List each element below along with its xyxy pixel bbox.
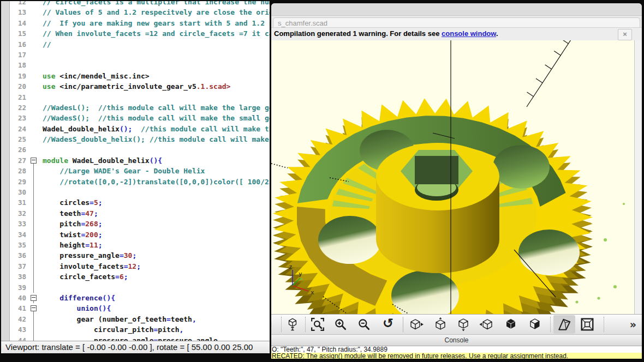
- code-line-32[interactable]: 32 teeth=47;: [10, 208, 270, 219]
- code-text: //WadesS(); //this module call will make…: [43, 113, 270, 123]
- line-number: 14: [10, 18, 29, 28]
- editor-scrollbar[interactable]: [1, 1, 10, 341]
- fold-margin: [29, 230, 38, 240]
- code-line-31[interactable]: 31 circles=5;: [10, 197, 270, 208]
- code-line-36[interactable]: 36 pressure_angle=30;: [10, 250, 270, 261]
- code-text: gear (number_of_teeth=teeth,: [43, 314, 196, 324]
- code-line-28[interactable]: 28 //Large WADE's Gear - Double Helix: [10, 166, 270, 176]
- fold-margin: [29, 81, 38, 92]
- perspective-icon[interactable]: [557, 317, 572, 331]
- code-text: circle_facets=6;: [43, 272, 128, 282]
- code-line-37[interactable]: 37 involute_facets=12;: [10, 261, 270, 272]
- view-top-icon[interactable]: [433, 317, 448, 331]
- fold-toggle-icon[interactable]: [29, 293, 38, 303]
- code-text: teeth=47;: [43, 208, 98, 219]
- view-all-icon[interactable]: [285, 317, 300, 331]
- code-line-26[interactable]: 26: [10, 144, 270, 155]
- zoom-in-icon[interactable]: [333, 317, 348, 331]
- code-line-39[interactable]: 39: [10, 282, 270, 293]
- code-line-30[interactable]: 30: [10, 187, 270, 197]
- line-number: 43: [10, 324, 29, 335]
- view-center-icon[interactable]: [527, 317, 542, 331]
- code-line-18[interactable]: 18: [10, 60, 270, 70]
- code-text: use <inc/mendel_misc.inc>: [43, 71, 150, 81]
- fold-margin: [29, 102, 38, 113]
- line-number: 36: [10, 250, 29, 261]
- viewport-right-scrollbar[interactable]: [634, 40, 642, 314]
- orthogonal-icon[interactable]: [580, 317, 595, 331]
- line-number: 21: [10, 92, 29, 102]
- view-left-icon[interactable]: [479, 317, 494, 331]
- code-line-29[interactable]: 29 //rotate([0,0,-2])translate([0,0,0])c…: [10, 177, 270, 187]
- view-right-icon[interactable]: [409, 317, 424, 331]
- code-editor-window[interactable]: 12// circle_facets is a multiplier that …: [1, 1, 270, 353]
- fold-margin: [29, 272, 38, 282]
- fold-toggle-icon[interactable]: [29, 303, 38, 313]
- warning-bar: Compilation generated 1 warning. For det…: [271, 27, 642, 41]
- console-output[interactable]: O: "Teeth:", 47, " Pitch radius:", 34.98…: [271, 346, 642, 359]
- y-axis-line: [293, 278, 300, 286]
- console-window-link[interactable]: console window: [442, 29, 496, 38]
- line-number: 34: [10, 230, 29, 240]
- code-line-20[interactable]: 20use <inc/parametric_involute_gear_v5.1…: [10, 81, 270, 92]
- fold-margin: [29, 7, 38, 17]
- code-line-21[interactable]: 21: [10, 92, 270, 102]
- console-panel-header[interactable]: Console: [271, 334, 642, 346]
- x-axis-label: x: [311, 289, 314, 296]
- code-text: module WadeL_double_helix(){: [43, 155, 162, 166]
- line-number: 33: [10, 219, 29, 229]
- code-line-40[interactable]: 40 difference(){: [10, 293, 270, 303]
- close-icon[interactable]: ×: [618, 29, 632, 40]
- code-line-24[interactable]: 24WadeL_double_helix(); //this module ca…: [10, 124, 270, 134]
- fold-toggle-icon[interactable]: [29, 155, 38, 166]
- line-number: 31: [10, 197, 29, 208]
- view-diagonal-icon[interactable]: [503, 317, 518, 331]
- zoom-out-icon[interactable]: [356, 317, 372, 331]
- zoom-window-icon[interactable]: [310, 317, 325, 331]
- code-text: pressure_angle=30;: [43, 250, 136, 261]
- code-text: union(){: [43, 303, 111, 313]
- code-line-17[interactable]: 17: [10, 50, 270, 60]
- code-line-13[interactable]: 13// Values of 5 and 1.2 respecitvely ar…: [10, 7, 270, 17]
- fold-margin: [29, 144, 38, 155]
- code-line-41[interactable]: 41 union(){: [10, 303, 270, 313]
- 3d-viewport[interactable]: z y x: [271, 40, 642, 314]
- code-line-33[interactable]: 33 pitch=268;: [10, 219, 270, 229]
- warning-text-end: .: [496, 29, 498, 38]
- code-text: involute_facets=12;: [43, 261, 141, 272]
- openscad-window[interactable]: s_chamfer.scad Compilation generated 1 w…: [271, 3, 642, 359]
- code-text: pitch=268;: [43, 219, 103, 229]
- tab-filename[interactable]: s_chamfer.scad: [273, 17, 640, 28]
- fold-margin: [29, 60, 38, 70]
- hidden-edge-icon[interactable]: [271, 317, 275, 331]
- code-line-27[interactable]: 27module WadeL_double_helix(){: [10, 155, 270, 166]
- code-text: // If you are making new gears start wit…: [43, 18, 270, 28]
- code-line-14[interactable]: 14// If you are making new gears start w…: [10, 18, 270, 28]
- code-line-16[interactable]: 16//: [10, 39, 270, 50]
- code-line-43[interactable]: 43 circular_pitch=pitch,: [10, 324, 270, 335]
- view-bottom-icon[interactable]: [456, 317, 471, 331]
- code-text: WadeL_double_helix(); //this module call…: [43, 124, 270, 134]
- fold-margin: [29, 50, 38, 60]
- code-line-15[interactable]: 15// When involute_facets =12 and circle…: [10, 28, 270, 39]
- code-line-35[interactable]: 35 height=11;: [10, 240, 270, 250]
- code-lines[interactable]: 12// circle_facets is a multiplier that …: [10, 1, 270, 353]
- view-toolbar: ↺: [271, 314, 642, 335]
- code-text: twist=200;: [43, 230, 103, 240]
- code-text: circles=5;: [43, 197, 103, 208]
- code-line-12[interactable]: 12// circle_facets is a multiplier that …: [10, 1, 270, 7]
- toolbar-more-icon[interactable]: »: [630, 317, 636, 332]
- window-titlebar[interactable]: [271, 3, 642, 16]
- line-number: 25: [10, 134, 29, 144]
- code-line-22[interactable]: 22//WadesL(); //this module call will ma…: [10, 102, 270, 113]
- code-text: //Large WADE's Gear - Double Helix: [43, 166, 205, 176]
- fold-margin: [29, 18, 38, 28]
- code-line-42[interactable]: 42 gear (number_of_teeth=teeth,: [10, 314, 270, 324]
- code-line-19[interactable]: 19use <inc/mendel_misc.inc>: [10, 71, 270, 81]
- code-line-34[interactable]: 34 twist=200;: [10, 230, 270, 240]
- fold-margin: [29, 71, 38, 81]
- code-line-38[interactable]: 38 circle_facets=6;: [10, 272, 270, 282]
- code-line-25[interactable]: 25//WadesS_double_helix(); //this module…: [10, 134, 270, 144]
- code-line-23[interactable]: 23//WadesS(); //this module call will ma…: [10, 113, 270, 123]
- reset-view-icon[interactable]: ↺: [380, 317, 396, 331]
